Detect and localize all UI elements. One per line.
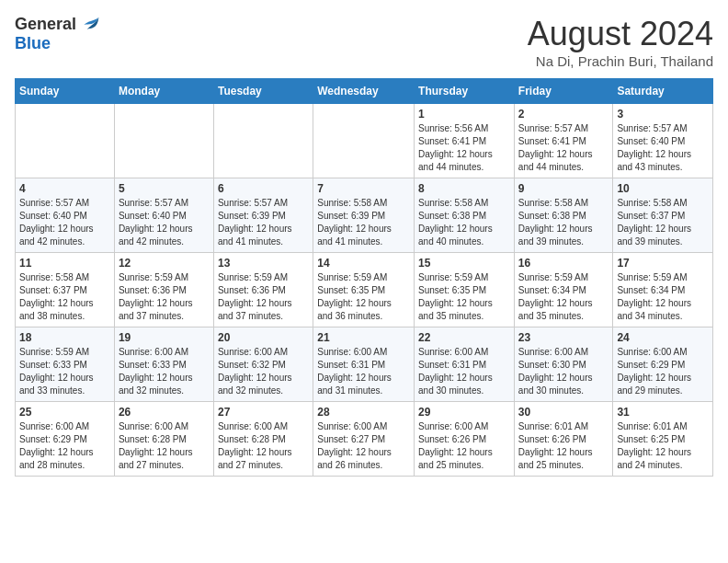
- day-info: Sunrise: 5:56 AM Sunset: 6:41 PM Dayligh…: [418, 122, 510, 174]
- day-number: 25: [19, 406, 110, 419]
- day-info: Sunrise: 5:58 AM Sunset: 6:39 PM Dayligh…: [317, 197, 410, 248]
- calendar-cell: 28Sunrise: 6:00 AM Sunset: 6:27 PM Dayli…: [313, 402, 415, 477]
- calendar-cell: 3Sunrise: 5:57 AM Sunset: 6:40 PM Daylig…: [613, 104, 713, 178]
- calendar-cell: 26Sunrise: 6:00 AM Sunset: 6:28 PM Dayli…: [114, 402, 213, 477]
- day-info: Sunrise: 6:00 AM Sunset: 6:29 PM Dayligh…: [19, 420, 110, 472]
- day-number: 22: [418, 331, 510, 344]
- day-info: Sunrise: 5:59 AM Sunset: 6:35 PM Dayligh…: [418, 271, 510, 323]
- calendar-cell: 18Sunrise: 5:59 AM Sunset: 6:33 PM Dayli…: [16, 327, 115, 402]
- calendar-week-row: 1Sunrise: 5:56 AM Sunset: 6:41 PM Daylig…: [16, 104, 713, 178]
- day-number: 9: [518, 182, 609, 195]
- day-number: 3: [617, 108, 709, 121]
- calendar-cell: 30Sunrise: 6:01 AM Sunset: 6:26 PM Dayli…: [514, 402, 613, 477]
- calendar-cell: 12Sunrise: 5:59 AM Sunset: 6:36 PM Dayli…: [114, 253, 213, 327]
- header: General Blue August 2024 Na Di, Prachin …: [15, 15, 713, 69]
- day-info: Sunrise: 6:00 AM Sunset: 6:32 PM Dayligh…: [218, 346, 309, 397]
- day-info: Sunrise: 5:59 AM Sunset: 6:36 PM Dayligh…: [218, 271, 309, 323]
- day-number: 26: [119, 406, 210, 419]
- calendar-week-row: 18Sunrise: 5:59 AM Sunset: 6:33 PM Dayli…: [16, 327, 713, 402]
- header-sunday: Sunday: [16, 79, 115, 104]
- day-info: Sunrise: 5:58 AM Sunset: 6:37 PM Dayligh…: [19, 271, 110, 323]
- day-info: Sunrise: 6:00 AM Sunset: 6:33 PM Dayligh…: [119, 346, 210, 397]
- day-number: 23: [518, 331, 609, 344]
- day-number: 16: [518, 257, 609, 270]
- day-number: 5: [119, 182, 210, 195]
- month-title: August 2024: [528, 15, 713, 53]
- day-number: 10: [617, 182, 709, 195]
- day-number: 11: [19, 257, 110, 270]
- calendar-cell: 15Sunrise: 5:59 AM Sunset: 6:35 PM Dayli…: [415, 253, 515, 327]
- calendar-cell: 7Sunrise: 5:58 AM Sunset: 6:39 PM Daylig…: [313, 178, 415, 253]
- day-info: Sunrise: 6:00 AM Sunset: 6:30 PM Dayligh…: [518, 346, 609, 397]
- day-number: 24: [617, 331, 709, 344]
- day-number: 13: [218, 257, 309, 270]
- day-info: Sunrise: 6:00 AM Sunset: 6:31 PM Dayligh…: [317, 346, 410, 397]
- day-number: 8: [418, 182, 510, 195]
- day-info: Sunrise: 5:59 AM Sunset: 6:35 PM Dayligh…: [317, 271, 410, 323]
- calendar-cell: 2Sunrise: 5:57 AM Sunset: 6:41 PM Daylig…: [514, 104, 613, 178]
- logo: General Blue: [15, 15, 100, 53]
- calendar-cell: [313, 104, 415, 178]
- header-tuesday: Tuesday: [213, 79, 313, 104]
- day-info: Sunrise: 5:58 AM Sunset: 6:38 PM Dayligh…: [418, 197, 510, 248]
- day-info: Sunrise: 5:59 AM Sunset: 6:36 PM Dayligh…: [119, 271, 210, 323]
- day-info: Sunrise: 6:00 AM Sunset: 6:31 PM Dayligh…: [418, 346, 510, 397]
- calendar-cell: 5Sunrise: 5:57 AM Sunset: 6:40 PM Daylig…: [114, 178, 213, 253]
- calendar-cell: [213, 104, 313, 178]
- calendar-cell: 31Sunrise: 6:01 AM Sunset: 6:25 PM Dayli…: [613, 402, 713, 477]
- day-number: 19: [119, 331, 210, 344]
- calendar-cell: 6Sunrise: 5:57 AM Sunset: 6:39 PM Daylig…: [213, 178, 313, 253]
- day-number: 15: [418, 257, 510, 270]
- day-info: Sunrise: 5:58 AM Sunset: 6:38 PM Dayligh…: [518, 197, 609, 248]
- day-info: Sunrise: 5:59 AM Sunset: 6:33 PM Dayligh…: [19, 346, 110, 397]
- calendar-cell: 27Sunrise: 6:00 AM Sunset: 6:28 PM Dayli…: [213, 402, 313, 477]
- calendar-cell: 21Sunrise: 6:00 AM Sunset: 6:31 PM Dayli…: [313, 327, 415, 402]
- day-number: 4: [19, 182, 110, 195]
- day-info: Sunrise: 6:00 AM Sunset: 6:29 PM Dayligh…: [617, 346, 709, 397]
- calendar-cell: 16Sunrise: 5:59 AM Sunset: 6:34 PM Dayli…: [514, 253, 613, 327]
- day-number: 17: [617, 257, 709, 270]
- calendar-cell: 20Sunrise: 6:00 AM Sunset: 6:32 PM Dayli…: [213, 327, 313, 402]
- header-monday: Monday: [114, 79, 213, 104]
- calendar-cell: 23Sunrise: 6:00 AM Sunset: 6:30 PM Dayli…: [514, 327, 613, 402]
- logo-blue-text: Blue: [15, 34, 51, 53]
- day-info: Sunrise: 5:57 AM Sunset: 6:39 PM Dayligh…: [218, 197, 309, 248]
- calendar-week-row: 25Sunrise: 6:00 AM Sunset: 6:29 PM Dayli…: [16, 402, 713, 477]
- day-info: Sunrise: 6:00 AM Sunset: 6:27 PM Dayligh…: [317, 420, 410, 472]
- day-number: 1: [418, 108, 510, 121]
- calendar-cell: 10Sunrise: 5:58 AM Sunset: 6:37 PM Dayli…: [613, 178, 713, 253]
- calendar-cell: [114, 104, 213, 178]
- calendar-cell: 19Sunrise: 6:00 AM Sunset: 6:33 PM Dayli…: [114, 327, 213, 402]
- day-info: Sunrise: 5:59 AM Sunset: 6:34 PM Dayligh…: [518, 271, 609, 323]
- day-number: 30: [518, 406, 609, 419]
- calendar-cell: 25Sunrise: 6:00 AM Sunset: 6:29 PM Dayli…: [16, 402, 115, 477]
- location-subtitle: Na Di, Prachin Buri, Thailand: [528, 53, 713, 69]
- header-wednesday: Wednesday: [313, 79, 415, 104]
- page: General Blue August 2024 Na Di, Prachin …: [0, 0, 728, 491]
- calendar-cell: [16, 104, 115, 178]
- calendar-table: Sunday Monday Tuesday Wednesday Thursday…: [15, 78, 713, 477]
- header-thursday: Thursday: [415, 79, 515, 104]
- day-info: Sunrise: 6:00 AM Sunset: 6:26 PM Dayligh…: [418, 420, 510, 472]
- calendar-cell: 13Sunrise: 5:59 AM Sunset: 6:36 PM Dayli…: [213, 253, 313, 327]
- calendar-cell: 8Sunrise: 5:58 AM Sunset: 6:38 PM Daylig…: [415, 178, 515, 253]
- day-number: 29: [418, 406, 510, 419]
- calendar-cell: 22Sunrise: 6:00 AM Sunset: 6:31 PM Dayli…: [415, 327, 515, 402]
- day-number: 14: [317, 257, 410, 270]
- day-number: 27: [218, 406, 309, 419]
- day-info: Sunrise: 5:58 AM Sunset: 6:37 PM Dayligh…: [617, 197, 709, 248]
- day-number: 28: [317, 406, 410, 419]
- day-info: Sunrise: 5:57 AM Sunset: 6:40 PM Dayligh…: [119, 197, 210, 248]
- day-info: Sunrise: 6:00 AM Sunset: 6:28 PM Dayligh…: [119, 420, 210, 472]
- day-info: Sunrise: 5:57 AM Sunset: 6:40 PM Dayligh…: [617, 122, 709, 174]
- day-number: 12: [119, 257, 210, 270]
- day-number: 6: [218, 182, 309, 195]
- day-number: 2: [518, 108, 609, 121]
- calendar-cell: 9Sunrise: 5:58 AM Sunset: 6:38 PM Daylig…: [514, 178, 613, 253]
- day-info: Sunrise: 6:00 AM Sunset: 6:28 PM Dayligh…: [218, 420, 309, 472]
- calendar-cell: 1Sunrise: 5:56 AM Sunset: 6:41 PM Daylig…: [415, 104, 515, 178]
- day-number: 21: [317, 331, 410, 344]
- day-number: 20: [218, 331, 309, 344]
- day-number: 18: [19, 331, 110, 344]
- day-number: 7: [317, 182, 410, 195]
